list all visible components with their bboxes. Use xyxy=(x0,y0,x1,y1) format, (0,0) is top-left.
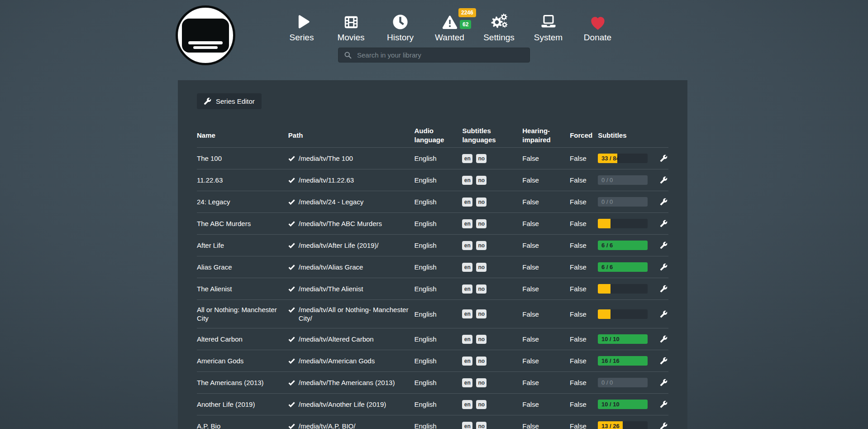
subtitle-languages: enno xyxy=(462,263,522,272)
header-forced: Forced xyxy=(570,131,598,140)
table-row: After Life /media/tv/After Life (2019)/ … xyxy=(197,235,668,256)
edit-series-button[interactable] xyxy=(660,285,668,293)
table-row: Alias Grace /media/tv/Alias Grace Englis… xyxy=(197,256,668,278)
table-row: 11.22.63 /media/tv/11.22.63 English enno… xyxy=(197,169,668,191)
series-editor-button[interactable]: Series Editor xyxy=(197,93,262,109)
check-icon xyxy=(288,177,295,183)
language-badge: no xyxy=(476,378,486,387)
series-name-link[interactable]: The Americans (2013) xyxy=(197,379,264,386)
edit-series-button[interactable] xyxy=(660,400,668,408)
edit-series-button[interactable] xyxy=(660,263,668,271)
series-name-link[interactable]: Alias Grace xyxy=(197,263,232,271)
hearing-impaired-value: False xyxy=(522,378,570,387)
table-row: Altered Carbon /media/tv/Altered Carbon … xyxy=(197,328,668,350)
nav-item-history[interactable]: History xyxy=(376,12,425,43)
language-badge: no xyxy=(476,198,486,207)
language-badge: no xyxy=(476,400,486,409)
language-badge: no xyxy=(476,335,486,344)
system-laptop-icon xyxy=(539,12,558,31)
language-badge: en xyxy=(462,284,472,294)
hearing-impaired-value: False xyxy=(522,176,570,184)
nav-item-donate[interactable]: Donate xyxy=(573,12,622,43)
bazarr-logo[interactable] xyxy=(176,5,235,65)
subtitles-progress-text: 6 / 6 xyxy=(601,262,613,272)
series-name-link[interactable]: The ABC Murders xyxy=(197,220,251,227)
check-icon xyxy=(288,358,295,364)
edit-series-button[interactable] xyxy=(660,335,668,343)
series-name-link[interactable]: The 100 xyxy=(197,154,222,162)
language-badge: en xyxy=(462,263,472,272)
hearing-impaired-value: False xyxy=(522,219,570,228)
table-row: The Americans (2013) /media/tv/The Ameri… xyxy=(197,372,668,394)
subtitles-progress-text: 10 / 10 xyxy=(601,400,620,409)
language-badge: no xyxy=(476,309,486,318)
table-row: A.P. Bio /media/tv/A.P. BIO/ English enn… xyxy=(197,415,668,429)
hearing-impaired-value: False xyxy=(522,400,570,409)
series-name-link[interactable]: All or Nothing: Manchester City xyxy=(197,306,277,322)
hearing-impaired-value: False xyxy=(522,263,570,271)
hearing-impaired-value: False xyxy=(522,154,570,163)
audio-language-value: English xyxy=(414,284,462,293)
series-name-link[interactable]: 11.22.63 xyxy=(197,176,223,184)
language-badge: no xyxy=(476,263,486,272)
edit-series-button[interactable] xyxy=(660,154,668,162)
nav-item-series[interactable]: Series xyxy=(277,12,326,43)
edit-series-button[interactable] xyxy=(660,379,668,386)
check-icon xyxy=(288,155,295,161)
series-name-link[interactable]: American Gods xyxy=(197,357,243,365)
nav-label: Wanted xyxy=(435,33,464,43)
header-name: Name xyxy=(197,131,288,140)
edit-series-button[interactable] xyxy=(660,198,668,206)
check-icon xyxy=(288,264,295,270)
series-name-link[interactable]: After Life xyxy=(197,241,224,249)
audio-language-value: English xyxy=(414,176,462,184)
series-editor-label: Series Editor xyxy=(216,97,255,105)
series-name-link[interactable]: The Alienist xyxy=(197,285,232,293)
nav-item-system[interactable]: System xyxy=(524,12,573,43)
subtitles-progress-bar: 6 / 6 xyxy=(598,262,648,272)
series-name-link[interactable]: Altered Carbon xyxy=(197,335,243,343)
edit-series-button[interactable] xyxy=(660,310,668,318)
nav-item-settings[interactable]: Settings xyxy=(474,12,524,43)
edit-series-button[interactable] xyxy=(660,220,668,227)
forced-value: False xyxy=(570,263,598,271)
hearing-impaired-value: False xyxy=(522,241,570,250)
forced-value: False xyxy=(570,357,598,365)
forced-value: False xyxy=(570,284,598,293)
donate-heart-icon xyxy=(589,12,606,31)
series-name-link[interactable]: Another Life (2019) xyxy=(197,400,255,408)
nav-item-wanted[interactable]: Wanted224662 xyxy=(425,12,474,43)
nav-label: Donate xyxy=(584,33,611,43)
audio-language-value: English xyxy=(414,198,462,206)
edit-series-button[interactable] xyxy=(660,422,668,429)
series-path: /media/tv/11.22.63 xyxy=(299,176,354,184)
table-row: The ABC Murders /media/tv/The ABC Murder… xyxy=(197,213,668,235)
edit-series-button[interactable] xyxy=(660,176,668,184)
series-path: /media/tv/The 100 xyxy=(299,154,353,163)
subtitles-progress-bar xyxy=(598,284,648,294)
subtitle-languages: enno xyxy=(462,357,522,366)
series-name-link[interactable]: 24: Legacy xyxy=(197,198,230,206)
language-badge: en xyxy=(462,378,472,387)
subtitles-progress-bar: 0 / 0 xyxy=(598,197,648,207)
subtitles-progress-bar: 33 / 84 xyxy=(598,154,648,163)
edit-series-button[interactable] xyxy=(660,357,668,365)
subtitles-progress-text: 0 / 0 xyxy=(601,175,613,185)
search-input[interactable] xyxy=(356,51,524,59)
nav-item-movies[interactable]: Movies xyxy=(326,12,376,43)
subtitles-progress-text: 0 / 0 xyxy=(601,197,613,207)
series-path: /media/tv/A.P. BIO/ xyxy=(299,422,356,429)
series-table: Name Path Audio language Subtitles langu… xyxy=(197,124,668,429)
audio-language-value: English xyxy=(414,335,462,343)
search-icon xyxy=(344,51,352,59)
language-badge: en xyxy=(462,219,472,228)
header-path: Path xyxy=(288,131,415,140)
series-name-link[interactable]: A.P. Bio xyxy=(197,422,220,429)
header-subtitles-langs: Subtitles languages xyxy=(462,126,522,145)
subtitles-progress-bar: 6 / 6 xyxy=(598,241,648,250)
audio-language-value: English xyxy=(414,263,462,271)
edit-series-button[interactable] xyxy=(660,241,668,249)
check-icon xyxy=(288,423,295,429)
subtitles-progress-bar: 10 / 10 xyxy=(598,334,648,344)
check-icon xyxy=(288,199,295,205)
